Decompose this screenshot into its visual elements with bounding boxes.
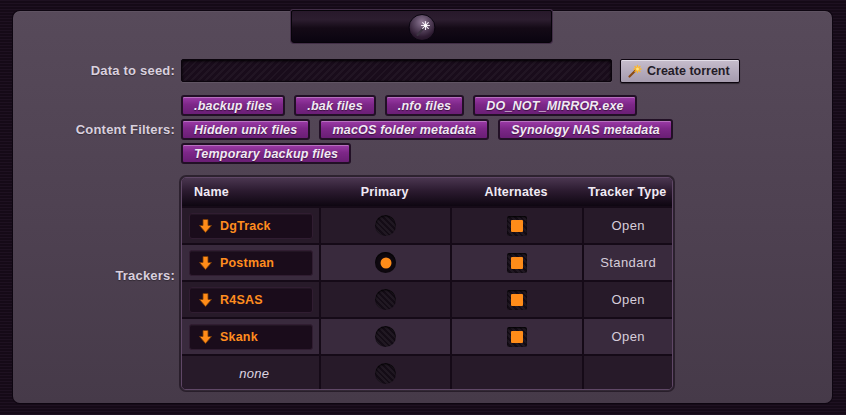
tracker-name-label: DgTrack: [220, 219, 271, 233]
alternates-checkbox[interactable]: [507, 216, 527, 236]
tracker-name-label: Skank: [220, 330, 258, 344]
content-filter-chip-row: Hidden unix filesmacOS folder metadataSy…: [181, 119, 673, 140]
content-filter-chip[interactable]: Synology NAS metadata: [498, 119, 673, 140]
content-filter-chip[interactable]: .bak files: [294, 95, 376, 116]
alternates-cell: [450, 208, 582, 243]
primary-radio[interactable]: [375, 363, 396, 384]
content-filter-chips: .backup files.bak files.nfo filesDO_NOT_…: [181, 95, 673, 167]
tracker-name-cell: Postman: [182, 245, 319, 280]
column-header-name: Name: [182, 185, 319, 199]
tracker-type-label: Standard: [600, 255, 656, 270]
tracker-link-dgtrack[interactable]: DgTrack: [189, 213, 313, 239]
trackers-label: Trackers:: [20, 268, 175, 283]
alternates-cell: [450, 282, 582, 317]
tracker-row: none: [182, 354, 672, 390]
primary-cell: [319, 282, 449, 317]
tracker-name-label: Postman: [220, 256, 274, 270]
column-header-alternates: Alternates: [450, 185, 582, 199]
alternates-checkbox[interactable]: [507, 290, 527, 310]
content-filter-chip-row: Temporary backup files: [181, 143, 673, 164]
magic-wand-sphere-button[interactable]: [408, 14, 435, 41]
trackers-table-body: DgTrackOpenPostmanStandardR4SASOpenSkank…: [182, 206, 672, 390]
tracker-row: DgTrackOpen: [182, 206, 672, 243]
alternates-checkbox[interactable]: [507, 253, 527, 273]
primary-radio[interactable]: [375, 289, 396, 310]
primary-cell: [319, 356, 449, 390]
tracker-row: PostmanStandard: [182, 243, 672, 280]
top-drawer: [291, 10, 552, 43]
primary-radio[interactable]: [375, 252, 396, 273]
tracker-row: SkankOpen: [182, 317, 672, 354]
tracker-link-r4sas[interactable]: R4SAS: [189, 287, 313, 313]
magic-wand-icon: [412, 18, 433, 39]
content-filter-chip-row: .backup files.bak files.nfo filesDO_NOT_…: [181, 95, 673, 116]
tracker-row: R4SASOpen: [182, 280, 672, 317]
content-filter-chip[interactable]: .nfo files: [385, 95, 464, 116]
column-header-primary: Primary: [319, 185, 449, 199]
download-arrow-icon: [199, 293, 212, 307]
primary-cell: [319, 245, 449, 280]
primary-cell: [319, 208, 449, 243]
magic-wand-icon: [627, 64, 642, 79]
content-filter-chip[interactable]: Temporary backup files: [181, 143, 351, 164]
primary-radio[interactable]: [375, 326, 396, 347]
tracker-type-cell: [582, 356, 672, 390]
alternates-cell: [450, 356, 582, 390]
tracker-type-cell: Standard: [582, 245, 672, 280]
tracker-type-cell: Open: [582, 319, 672, 354]
create-torrent-label: Create torrent: [647, 64, 730, 78]
data-to-seed-input[interactable]: [181, 59, 612, 82]
tracker-type-label: Open: [611, 292, 644, 307]
content-filter-chip[interactable]: macOS folder metadata: [319, 119, 489, 140]
content-filter-chip[interactable]: DO_NOT_MIRROR.exe: [473, 95, 636, 116]
tracker-name-cell: Skank: [182, 319, 319, 354]
download-arrow-icon: [199, 256, 212, 270]
tracker-type-label: Open: [611, 329, 644, 344]
alternates-cell: [450, 319, 582, 354]
content-filter-chip[interactable]: .backup files: [181, 95, 285, 116]
tracker-link-skank[interactable]: Skank: [189, 324, 313, 350]
tracker-name-cell: R4SAS: [182, 282, 319, 317]
tracker-none-label: none: [189, 366, 319, 381]
download-arrow-icon: [199, 219, 212, 233]
trackers-table-header: NamePrimaryAlternatesTracker Type: [182, 178, 672, 206]
column-header-tracker-type: Tracker Type: [582, 185, 672, 199]
tracker-type-label: Open: [611, 218, 644, 233]
tracker-link-postman[interactable]: Postman: [189, 250, 313, 276]
tracker-name-cell: none: [182, 356, 319, 390]
tracker-name-label: R4SAS: [220, 293, 263, 307]
content-filters-label: Content Filters:: [20, 122, 175, 137]
tracker-type-cell: Open: [582, 208, 672, 243]
download-arrow-icon: [199, 330, 212, 344]
data-to-seed-label: Data to seed:: [40, 63, 175, 78]
alternates-cell: [450, 245, 582, 280]
torrent-creator-page: { "drawer": { "icon": "magic-wand-icon" …: [0, 0, 846, 415]
trackers-table: NamePrimaryAlternatesTracker Type DgTrac…: [181, 177, 673, 390]
primary-cell: [319, 319, 449, 354]
tracker-type-cell: Open: [582, 282, 672, 317]
create-torrent-button[interactable]: Create torrent: [620, 59, 740, 83]
primary-radio[interactable]: [375, 215, 396, 236]
alternates-checkbox[interactable]: [507, 327, 527, 347]
tracker-name-cell: DgTrack: [182, 208, 319, 243]
content-filter-chip[interactable]: Hidden unix files: [181, 119, 310, 140]
